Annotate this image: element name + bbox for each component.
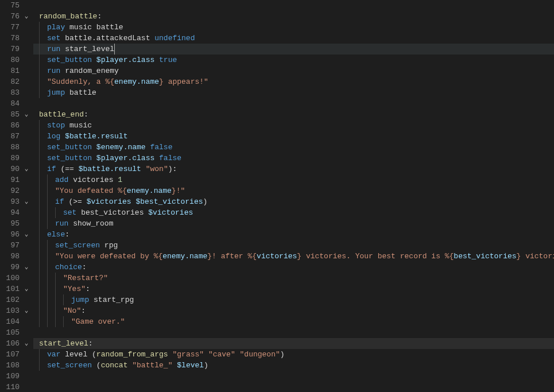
code-line[interactable]: "Yes": <box>33 284 554 294</box>
line-content: set_screen rpg <box>39 241 118 250</box>
code-line[interactable]: log $battle.result <box>33 131 554 142</box>
code-line[interactable]: set best_victories $victories <box>33 207 554 218</box>
indent-guide <box>39 76 40 87</box>
code-line[interactable]: battle_end: <box>33 109 554 120</box>
gutter-row: 100 <box>0 273 33 284</box>
token: $level <box>177 361 204 370</box>
gutter-row: 78 <box>0 33 33 44</box>
code-line[interactable]: set_button $enemy.name false <box>33 142 554 153</box>
code-line[interactable]: if (== $battle.result "won"): <box>33 164 554 174</box>
code-line[interactable]: run show_room <box>33 218 554 229</box>
line-number: 102 <box>2 294 20 305</box>
code-line[interactable]: else: <box>33 229 554 240</box>
gutter-row: 93⌄ <box>0 196 33 207</box>
fold-icon[interactable]: ⌄ <box>22 229 31 240</box>
code-line[interactable]: "Suddenly, a %{enemy.name} appears!" <box>33 76 554 87</box>
line-content: set_button $player.class false <box>39 154 181 162</box>
indent-guide <box>39 262 40 273</box>
token <box>154 154 159 162</box>
gutter-row: 98 <box>0 251 33 262</box>
code-line[interactable] <box>33 327 554 338</box>
gutter-row: 76⌄ <box>0 11 33 22</box>
line-content: run show_room <box>39 219 113 228</box>
code-line[interactable]: var level (random_from_args "grass" "cav… <box>33 349 554 360</box>
line-content: run start_level <box>39 45 114 53</box>
token: $player.class <box>96 56 154 64</box>
code-line[interactable]: "You defeated %{enemy.name}!" <box>33 185 554 196</box>
indent-guide <box>39 273 40 284</box>
indent-guide <box>55 316 56 327</box>
gutter-row: 79 <box>0 44 33 55</box>
code-line[interactable]: if (>= $victories $best_victories) <box>33 196 554 207</box>
token: : <box>65 230 69 239</box>
code-line[interactable] <box>33 98 554 109</box>
code-line[interactable]: run random_enemy <box>33 65 554 76</box>
token: $victories <box>148 208 193 217</box>
token: rpg <box>104 241 118 250</box>
gutter-row: 82 <box>0 76 33 87</box>
code-line[interactable]: "Restart?" <box>33 273 554 284</box>
line-number: 101 <box>2 284 20 294</box>
fold-icon[interactable]: ⌄ <box>22 338 31 349</box>
fold-icon[interactable]: ⌄ <box>22 109 31 120</box>
code-line[interactable]: set_screen (concat "battle_" $level) <box>33 360 554 371</box>
indent-guide <box>47 207 48 218</box>
code-line[interactable]: add victories 1 <box>33 174 554 185</box>
code-line[interactable]: jump start_rpg <box>33 294 554 305</box>
code-line[interactable]: "Game over." <box>33 316 554 327</box>
indent-guide <box>63 294 64 305</box>
indent-guide <box>39 294 40 305</box>
code-line[interactable]: "No": <box>33 305 554 316</box>
indent-guide <box>39 65 40 76</box>
fold-icon[interactable]: ⌄ <box>22 262 31 273</box>
code-line[interactable]: play music battle <box>33 22 554 33</box>
token: "Game over." <box>71 317 125 326</box>
token <box>92 143 96 152</box>
indent-guide <box>55 273 56 284</box>
fold-icon[interactable]: ⌄ <box>22 284 31 294</box>
token: false <box>159 154 181 162</box>
gutter-row: 102 <box>0 294 33 305</box>
code-line[interactable]: "You were defeated by %{enemy.name}! aft… <box>33 251 554 262</box>
code-editor[interactable]: 7576⌄777879808182838485⌄8687888990⌄91929… <box>0 0 554 392</box>
code-line[interactable]: run start_level <box>33 44 554 55</box>
gutter: 7576⌄777879808182838485⌄8687888990⌄91929… <box>0 0 33 392</box>
gutter-row: 94 <box>0 207 33 218</box>
code-line[interactable] <box>33 382 554 392</box>
code-line[interactable] <box>33 371 554 382</box>
gutter-row: 81 <box>0 65 33 76</box>
code-line[interactable]: choice: <box>33 262 554 273</box>
fold-icon[interactable]: ⌄ <box>22 11 31 22</box>
code-line[interactable]: set battle.attackedLast undefined <box>33 33 554 44</box>
indent-guide <box>47 240 48 251</box>
token: } victori <box>517 252 554 261</box>
indent-guide <box>39 142 40 153</box>
code-line[interactable]: set_button $player.class true <box>33 55 554 65</box>
token: "No" <box>63 306 81 315</box>
line-number: 100 <box>2 273 20 284</box>
fold-icon[interactable]: ⌄ <box>22 164 31 174</box>
gutter-row: 89 <box>0 153 33 164</box>
code-area[interactable]: random_battle:play music battleset battl… <box>33 0 554 392</box>
code-line[interactable]: random_battle: <box>33 11 554 22</box>
token: set_button <box>47 56 92 64</box>
token: : <box>88 339 93 348</box>
code-line[interactable]: set_button $player.class false <box>33 153 554 164</box>
token: ) <box>204 361 208 370</box>
line-number: 94 <box>2 207 20 218</box>
indent-guide <box>39 251 40 262</box>
code-line[interactable] <box>33 0 554 11</box>
fold-icon[interactable]: ⌄ <box>22 196 31 207</box>
indent-guide <box>55 305 56 316</box>
code-line[interactable]: start_level: <box>33 338 554 349</box>
token: start_rpg <box>94 296 134 304</box>
line-content: set battle.attackedLast undefined <box>39 34 195 42</box>
code-line[interactable]: set_screen rpg <box>33 240 554 251</box>
gutter-row: 108 <box>0 360 33 371</box>
token: victories <box>257 252 297 261</box>
token: $best_victories <box>135 197 203 206</box>
token: $battle.result <box>79 165 141 173</box>
code-line[interactable]: stop music <box>33 120 554 131</box>
code-line[interactable]: jump battle <box>33 87 554 98</box>
fold-icon[interactable]: ⌄ <box>22 305 31 316</box>
